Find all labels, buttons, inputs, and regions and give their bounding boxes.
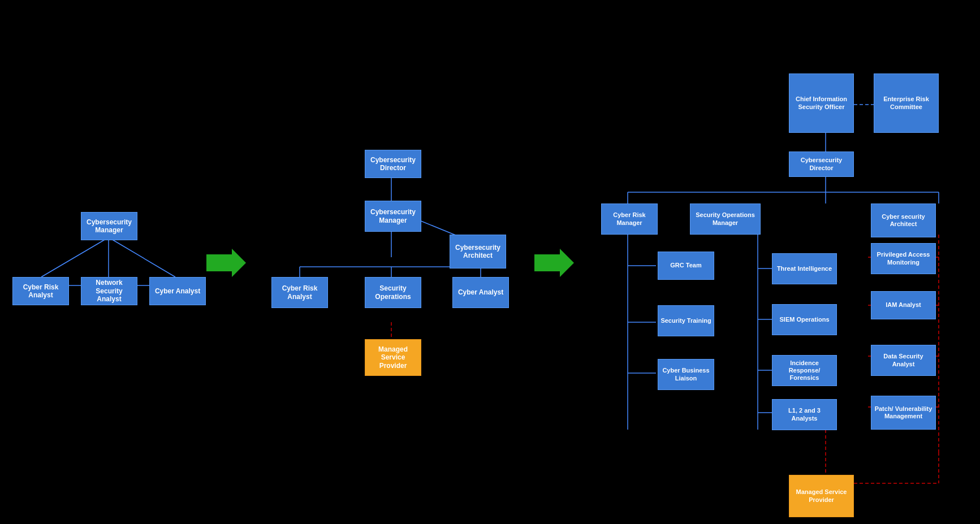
s3-cybersecurity-architect: Cyber security Architect — [871, 203, 936, 237]
s2-cybersecurity-director: Cybersecurity Director — [365, 150, 421, 178]
s3-managed-service-provider: Managed Service Provider — [789, 475, 854, 517]
diagram-container: Cybersecurity Manager Cyber Risk Analyst… — [0, 0, 980, 524]
s3-iam-analyst: IAM Analyst — [871, 291, 936, 319]
s1-cybersecurity-manager: Cybersecurity Manager — [81, 212, 137, 240]
s3-ciso: Chief Information Security Officer — [789, 73, 854, 133]
s3-privileged-access: Privileged Access Monitoring — [871, 243, 936, 274]
arrow2 — [534, 249, 574, 277]
s1-cyber-risk-analyst: Cyber Risk Analyst — [12, 277, 69, 305]
s3-siem-operations: SIEM Operations — [772, 304, 837, 335]
s3-sec-ops-manager: Security Operations Manager — [690, 203, 761, 235]
arrow1 — [206, 249, 246, 277]
s3-patch-vulnerability: Patch/ Vulnerability Management — [871, 396, 936, 430]
s3-security-training: Security Training — [658, 305, 714, 336]
s3-incidence-response: Incidence Response/ Forensics — [772, 355, 837, 386]
s1-network-security-analyst: Network Security Analyst — [81, 277, 137, 305]
s3-enterprise-risk: Enterprise Risk Committee — [874, 73, 939, 133]
s3-data-security-analyst: Data Security Analyst — [871, 345, 936, 376]
s2-cyber-analyst: Cyber Analyst — [452, 277, 509, 308]
svg-line-0 — [41, 237, 109, 277]
svg-line-2 — [109, 237, 175, 277]
s3-grc-team: GRC Team — [658, 252, 714, 280]
s3-l1-analysts: L1, 2 and 3 Analysts — [772, 399, 837, 430]
svg-marker-37 — [534, 249, 574, 277]
s3-threat-intelligence: Threat Intelligence — [772, 253, 837, 284]
s2-managed-service-provider: Managed Service Provider — [365, 339, 421, 376]
s2-security-operations: Security Operations — [365, 277, 421, 308]
s1-cyber-analyst: Cyber Analyst — [149, 277, 206, 305]
s2-cybersecurity-manager: Cybersecurity Manager — [365, 201, 421, 232]
s3-cybersecurity-director: Cybersecurity Director — [789, 151, 854, 177]
svg-marker-36 — [206, 249, 246, 277]
s2-cybersecurity-architect: Cybersecurity Architect — [450, 235, 506, 269]
s3-cyber-business-liaison: Cyber Business Liaison — [658, 359, 714, 390]
s2-cyber-risk-analyst: Cyber Risk Analyst — [271, 277, 328, 308]
s3-cyber-risk-manager: Cyber Risk Manager — [601, 203, 658, 235]
